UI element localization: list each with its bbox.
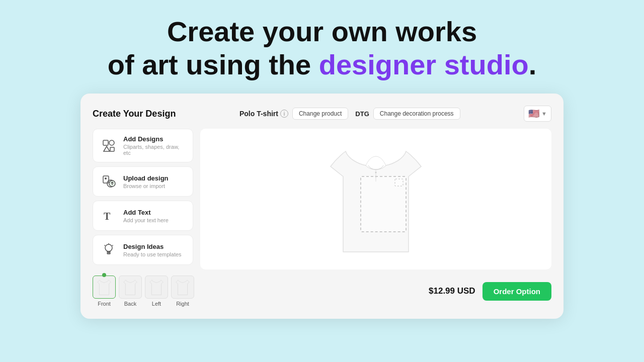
chevron-down-icon: ▼ xyxy=(541,111,547,117)
sidebar-upload-sub: Browse or import xyxy=(123,183,169,189)
app-header: Create Your Design Polo T-shirt i Change… xyxy=(93,106,551,122)
thumb-back[interactable]: Back xyxy=(119,276,142,307)
sidebar-item-add-text[interactable]: T Add Text Add your text here xyxy=(93,201,193,231)
hero-section: Create your own works of art using the d… xyxy=(108,15,537,81)
thumb-img-left xyxy=(145,276,168,299)
change-decoration-button[interactable]: Change decoration process xyxy=(373,108,460,120)
svg-line-15 xyxy=(105,245,106,246)
change-product-button[interactable]: Change product xyxy=(292,108,348,120)
info-icon[interactable]: i xyxy=(280,110,288,118)
svg-point-20 xyxy=(375,176,377,177)
hero-line1: Create your own works xyxy=(167,16,477,47)
sidebar-item-upload-design[interactable]: Upload design Browse or import xyxy=(93,166,193,197)
thumb-img-back xyxy=(119,276,142,299)
app-window: Create Your Design Polo T-shirt i Change… xyxy=(80,94,564,319)
sidebar-add-designs-sub: Cliparts, shapes, draw, etc xyxy=(123,144,186,156)
thumbnails: Front Back Left xyxy=(93,276,194,307)
sidebar: Add Designs Cliparts, shapes, draw, etc xyxy=(93,129,193,269)
svg-rect-17 xyxy=(395,179,403,186)
sidebar-add-designs-text: Add Designs Cliparts, shapes, draw, etc xyxy=(123,135,186,156)
sidebar-add-designs-title: Add Designs xyxy=(123,135,186,143)
hero-period: . xyxy=(529,49,537,80)
hero-line2-purple: designer studio xyxy=(319,49,529,80)
ideas-icon xyxy=(100,241,117,258)
thumb-front[interactable]: Front xyxy=(93,276,116,307)
shirt-illustration xyxy=(315,131,436,267)
order-option-button[interactable]: Order Option xyxy=(482,282,551,301)
svg-rect-0 xyxy=(103,140,108,145)
sidebar-ideas-text: Design Ideas Ready to use templates xyxy=(123,243,182,257)
sidebar-design-ideas-sub: Ready to use templates xyxy=(123,251,182,257)
decoration-type-label: DTG xyxy=(355,110,369,118)
thumb-back-label: Back xyxy=(124,301,136,307)
sidebar-design-ideas-title: Design Ideas xyxy=(123,243,182,250)
thumb-right-label: Right xyxy=(176,301,189,307)
svg-rect-2 xyxy=(110,147,114,151)
svg-point-10 xyxy=(105,244,112,251)
sidebar-add-text-title: Add Text xyxy=(123,209,169,216)
sidebar-text-group: Add Text Add your text here xyxy=(123,209,169,223)
active-dot xyxy=(102,273,106,277)
svg-point-19 xyxy=(375,172,377,173)
sidebar-add-text-sub: Add your text here xyxy=(123,217,169,223)
canvas-area xyxy=(200,129,551,269)
app-body: Add Designs Cliparts, shapes, draw, etc xyxy=(93,129,551,269)
product-name: Polo T-shirt i xyxy=(239,110,288,118)
language-flag-button[interactable]: 🇺🇸 ▼ xyxy=(524,106,551,122)
thumb-left-label: Left xyxy=(152,301,161,307)
text-icon: T xyxy=(100,207,117,224)
svg-point-1 xyxy=(109,140,114,145)
shapes-icon xyxy=(100,137,117,154)
sidebar-upload-text: Upload design Browse or import xyxy=(123,174,169,189)
svg-text:T: T xyxy=(104,211,111,222)
app-title: Create Your Design xyxy=(93,109,176,119)
thumb-front-label: Front xyxy=(98,301,111,307)
svg-point-6 xyxy=(105,177,107,179)
thumb-img-right xyxy=(171,276,194,299)
sidebar-upload-title: Upload design xyxy=(123,174,169,182)
upload-icon xyxy=(100,173,117,190)
footer-bar: Front Back Left xyxy=(93,276,551,307)
thumb-right[interactable]: Right xyxy=(171,276,194,307)
hero-line2-plain: of art using the xyxy=(108,49,319,80)
price-label: $12.99 USD xyxy=(429,286,475,296)
svg-rect-11 xyxy=(107,251,110,252)
thumb-left[interactable]: Left xyxy=(145,276,168,307)
flag-emoji: 🇺🇸 xyxy=(528,108,539,119)
svg-rect-12 xyxy=(107,253,110,254)
svg-line-14 xyxy=(112,245,113,246)
footer-right: $12.99 USD Order Option xyxy=(429,282,551,301)
sidebar-item-design-ideas[interactable]: Design Ideas Ready to use templates xyxy=(93,235,193,265)
product-info-bar: Polo T-shirt i Change product DTG Change… xyxy=(239,108,460,120)
thumb-img-front xyxy=(93,276,116,299)
sidebar-item-add-designs[interactable]: Add Designs Cliparts, shapes, draw, etc xyxy=(93,129,193,162)
